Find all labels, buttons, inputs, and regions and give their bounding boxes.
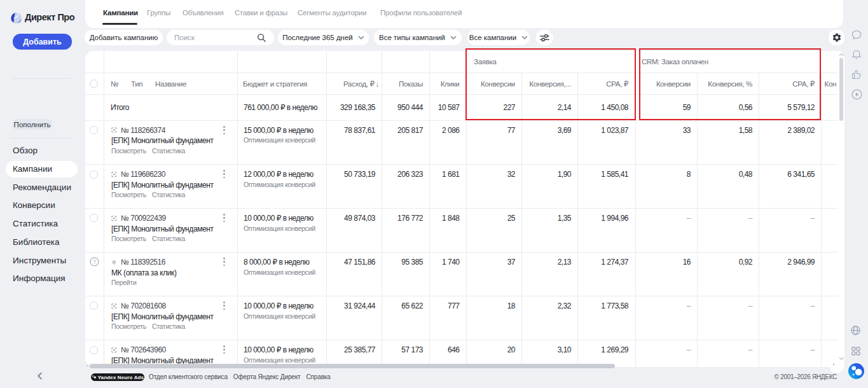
svg-text:?: ?	[93, 260, 96, 265]
